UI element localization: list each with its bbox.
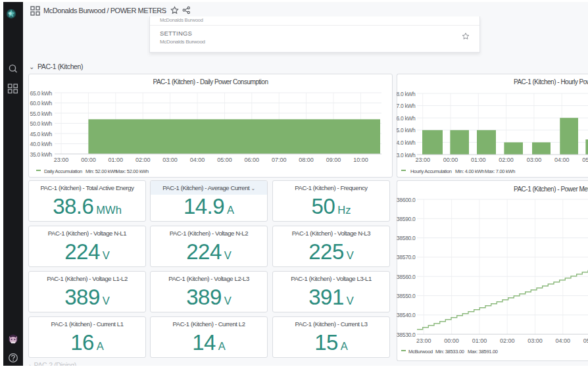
- svg-text:04:00: 04:00: [554, 157, 570, 163]
- svg-text:38590.0: 38590.0: [397, 216, 416, 222]
- svg-text:38540.0: 38540.0: [397, 312, 416, 318]
- svg-text:05:00: 05:00: [217, 157, 232, 163]
- svg-text:35.0 kWh: 35.0 kWh: [30, 151, 52, 158]
- svg-text:00:00: 00:00: [443, 157, 458, 163]
- svg-text:23:00: 23:00: [415, 157, 430, 163]
- svg-text:00:00: 00:00: [444, 337, 459, 344]
- svg-text:09:00: 09:00: [326, 157, 341, 163]
- svg-text:10:00: 10:00: [353, 157, 368, 163]
- svg-text:00:00: 00:00: [81, 157, 96, 163]
- svg-text:02:00: 02:00: [135, 157, 151, 163]
- svg-text:7.0 kWh: 7.0 kWh: [397, 103, 416, 109]
- svg-text:Min: 4.00 kWh: Min: 4.00 kWh: [455, 168, 484, 174]
- svg-text:01:00: 01:00: [472, 337, 487, 344]
- svg-text:8.0 kWh: 8.0 kWh: [397, 91, 416, 97]
- svg-text:45.0 kWh: 45.0 kWh: [30, 131, 52, 137]
- svg-text:Max: 38591.00: Max: 38591.00: [468, 349, 498, 355]
- svg-text:01:00: 01:00: [109, 157, 124, 163]
- svg-text:01:00: 01:00: [471, 157, 486, 163]
- svg-text:03:00: 03:00: [527, 157, 542, 163]
- svg-text:McBurwood: McBurwood: [408, 349, 433, 355]
- svg-text:PAC-1 (Kitchen) - Daily Power: PAC-1 (Kitchen) - Daily Power Consumptio…: [153, 78, 268, 86]
- svg-text:55.0 kWh: 55.0 kWh: [30, 111, 52, 117]
- svg-text:02:00: 02:00: [499, 157, 514, 163]
- svg-text:08:00: 08:00: [299, 157, 314, 163]
- svg-text:PAC-1 (Kitchen) - Hourly Power: PAC-1 (Kitchen) - Hourly Power Consumpti…: [514, 78, 588, 86]
- svg-text:Max: 7.00 kWh: Max: 7.00 kWh: [485, 168, 515, 174]
- svg-text:Hourly Accumulation: Hourly Accumulation: [410, 168, 452, 174]
- svg-text:3.0 kWh: 3.0 kWh: [397, 152, 416, 159]
- svg-text:06:00: 06:00: [245, 157, 260, 163]
- svg-text:50.0 kWh: 50.0 kWh: [30, 120, 52, 127]
- svg-text:Min: 52.00 kWh: Min: 52.00 kWh: [86, 168, 117, 174]
- svg-text:02:00: 02:00: [500, 337, 515, 344]
- svg-text:4.0 kWh: 4.0 kWh: [397, 139, 416, 146]
- svg-text:07:00: 07:00: [272, 157, 287, 163]
- svg-text:03:00: 03:00: [162, 157, 178, 163]
- svg-text:38550.0: 38550.0: [397, 293, 416, 299]
- svg-text:5.0 kWh: 5.0 kWh: [397, 127, 416, 134]
- svg-text:65.0 kWh: 65.0 kWh: [30, 90, 52, 97]
- svg-text:60.0 kWh: 60.0 kWh: [30, 100, 52, 107]
- svg-text:05:00: 05:00: [583, 337, 588, 344]
- svg-text:40.0 kWh: 40.0 kWh: [30, 141, 52, 147]
- svg-text:PAC-1 (Kitchen) - Power Meter: PAC-1 (Kitchen) - Power Meter Reading: [514, 186, 588, 193]
- svg-text:23:00: 23:00: [54, 157, 69, 163]
- svg-text:38530.0: 38530.0: [397, 332, 416, 338]
- svg-text:04:00: 04:00: [190, 157, 205, 163]
- svg-text:38600.0: 38600.0: [397, 197, 416, 203]
- svg-text:Max: 52.00 kWh: Max: 52.00 kWh: [116, 168, 149, 174]
- svg-text:38560.0: 38560.0: [397, 274, 416, 280]
- svg-text:04:00: 04:00: [556, 337, 571, 344]
- svg-text:Min: 38533.00: Min: 38533.00: [435, 349, 464, 355]
- svg-text:38570.0: 38570.0: [397, 254, 416, 260]
- svg-text:Daily Accumulation: Daily Accumulation: [44, 168, 82, 174]
- svg-text:23:00: 23:00: [416, 337, 431, 344]
- svg-text:6.0 kWh: 6.0 kWh: [397, 115, 416, 122]
- svg-text:05:00: 05:00: [582, 157, 588, 163]
- svg-text:03:00: 03:00: [527, 337, 543, 344]
- svg-text:38580.0: 38580.0: [397, 235, 416, 241]
